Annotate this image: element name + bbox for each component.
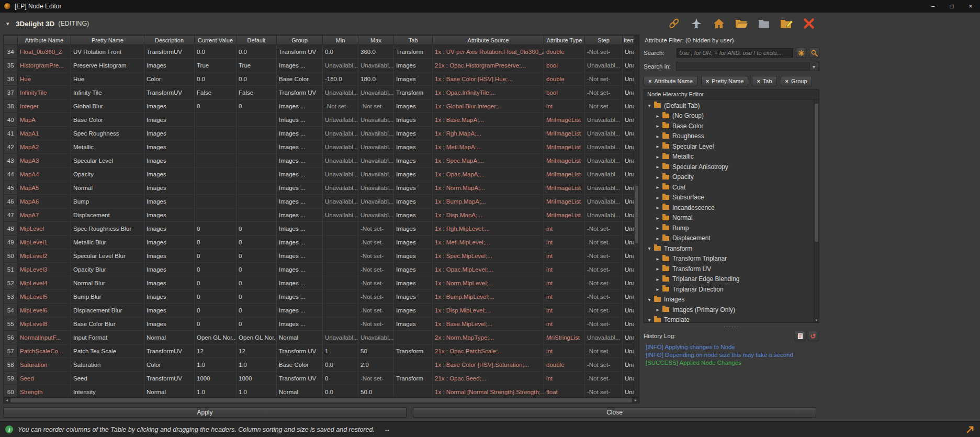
table-cell[interactable]: 0 xyxy=(195,290,236,304)
table-cell[interactable]: Images xyxy=(394,317,433,331)
table-row[interactable]: 53MipLevel5Bump BlurImages00Images ...-N… xyxy=(4,290,634,304)
table-cell[interactable]: Images ... xyxy=(277,140,323,154)
chevron-right-icon[interactable]: ▸ xyxy=(655,307,661,312)
table-cell[interactable]: Images ... xyxy=(277,263,323,276)
table-cell[interactable]: 2x : Norm.MapType;... xyxy=(433,331,544,344)
table-cell[interactable]: Unavailabl... xyxy=(323,195,358,208)
table-cell[interactable]: Normal xyxy=(277,385,323,397)
table-cell[interactable]: Unavai xyxy=(623,222,634,236)
table-cell[interactable]: Spec Roughness xyxy=(71,127,144,140)
table-cell[interactable]: 1x : Spec.MipLevel;... xyxy=(433,249,544,263)
table-cell[interactable]: Transform UV xyxy=(277,344,323,358)
table-cell[interactable]: MriImageList xyxy=(544,195,585,208)
table-cell[interactable]: 1x : Disp.MipLevel;... xyxy=(433,304,544,317)
row-number[interactable]: 35 xyxy=(4,59,18,72)
table-cell[interactable]: Images xyxy=(394,59,433,72)
table-horizontal-scrollbar[interactable]: ◂ ▸ xyxy=(3,397,639,404)
table-cell[interactable]: Unavailabl... xyxy=(323,127,358,140)
table-cell[interactable]: -Not set- xyxy=(585,385,623,397)
table-cell[interactable]: Unavai xyxy=(623,385,634,397)
table-cell[interactable] xyxy=(394,331,433,344)
table-cell[interactable]: 1 xyxy=(323,344,358,358)
table-cell[interactable]: Open GL Nor... xyxy=(236,331,277,344)
table-cell[interactable]: Integer xyxy=(18,99,71,113)
table-cell[interactable]: Normal xyxy=(71,181,144,195)
table-cell[interactable] xyxy=(195,140,236,154)
table-row[interactable]: 41MapA1Spec RoughnessImagesImages ...Una… xyxy=(4,127,634,140)
table-cell[interactable]: MapA4 xyxy=(18,167,71,181)
table-cell[interactable]: Unavailabl... xyxy=(585,113,623,127)
table-cell[interactable]: Images ... xyxy=(277,59,323,72)
table-cell[interactable]: Unavailabl... xyxy=(323,181,358,195)
row-number[interactable]: 37 xyxy=(4,86,18,99)
table-cell[interactable]: Intensity xyxy=(71,385,144,397)
table-cell[interactable]: Images xyxy=(394,249,433,263)
table-cell[interactable]: 1x : Global Blur.Integer;... xyxy=(433,99,544,113)
tree-item[interactable]: ▸(No Group) xyxy=(644,111,814,121)
table-cell[interactable]: 0 xyxy=(195,236,236,249)
table-cell[interactable]: -Not set- xyxy=(585,276,623,290)
table-cell[interactable]: 0 xyxy=(236,236,277,249)
table-cell[interactable]: Unavai xyxy=(623,154,634,167)
table-cell[interactable]: Images xyxy=(394,195,433,208)
table-cell[interactable]: Seed xyxy=(71,372,144,385)
table-cell[interactable]: Unavailabl... xyxy=(358,140,394,154)
table-cell[interactable]: Normal xyxy=(277,331,323,344)
row-number[interactable]: 43 xyxy=(4,154,18,167)
table-cell[interactable]: -Not set- xyxy=(358,290,394,304)
table-cell[interactable] xyxy=(195,167,236,181)
table-cell[interactable]: Unavai xyxy=(623,140,634,154)
splitter-handle[interactable]: ······ xyxy=(644,323,819,330)
table-cell[interactable]: Unavailabl... xyxy=(585,195,623,208)
table-cell[interactable]: MipLevel xyxy=(18,222,71,236)
table-cell[interactable]: Unavailabl... xyxy=(358,181,394,195)
table-cell[interactable]: Unavailabl... xyxy=(585,181,623,195)
table-cell[interactable]: Images xyxy=(144,181,195,195)
table-cell[interactable]: bool xyxy=(544,86,585,99)
table-cell[interactable]: Images xyxy=(144,317,195,331)
table-cell[interactable] xyxy=(195,181,236,195)
table-cell[interactable]: -Not set- xyxy=(585,263,623,276)
column-header[interactable]: Attribute Source xyxy=(433,36,544,45)
tree-item[interactable]: ▸Triplanar Direction xyxy=(644,284,814,295)
tree-item[interactable]: ▾Images xyxy=(644,295,814,305)
table-cell[interactable]: 0.0 xyxy=(323,358,358,372)
table-cell[interactable]: double xyxy=(544,45,585,59)
table-cell[interactable]: int xyxy=(544,276,585,290)
tree-item[interactable]: ▸Metallic xyxy=(644,152,814,162)
row-number[interactable]: 54 xyxy=(4,304,18,317)
table-cell[interactable] xyxy=(195,127,236,140)
remove-chip-icon[interactable]: × xyxy=(648,78,651,84)
corner-arrow-icon[interactable] xyxy=(966,425,975,434)
column-header[interactable]: Attribute Type xyxy=(544,36,585,45)
tree-item[interactable]: ▸Roughness xyxy=(644,131,814,142)
table-row[interactable]: 35HistorgramPre...Preserve HistogramImag… xyxy=(4,59,634,72)
table-cell[interactable]: -Not set- xyxy=(358,276,394,290)
table-cell[interactable]: MipLevel4 xyxy=(18,276,71,290)
table-cell[interactable]: Unavai xyxy=(623,45,634,59)
table-cell[interactable]: Images ... xyxy=(277,154,323,167)
tree-item[interactable]: ▸Incandescence xyxy=(644,203,814,213)
chevron-right-icon[interactable]: ▸ xyxy=(655,133,661,139)
table-cell[interactable]: Images xyxy=(394,140,433,154)
tree-item[interactable]: ▸Normal xyxy=(644,213,814,223)
table-cell[interactable]: 1x : Norm.MipLevel;... xyxy=(433,276,544,290)
table-cell[interactable]: Images ... xyxy=(277,222,323,236)
row-number[interactable]: 44 xyxy=(4,167,18,181)
table-cell[interactable]: 0 xyxy=(236,249,277,263)
table-cell[interactable]: 50 xyxy=(358,344,394,358)
row-number[interactable]: 34 xyxy=(4,45,18,59)
table-cell[interactable] xyxy=(323,236,358,249)
filter-chip[interactable]: ×Tab xyxy=(752,76,776,86)
search-button[interactable] xyxy=(809,48,819,58)
table-cell[interactable]: Images ... xyxy=(277,167,323,181)
table-row[interactable]: 58SaturationSaturationColor1.01.0Base Co… xyxy=(4,358,634,372)
table-cell[interactable]: Normal xyxy=(144,385,195,397)
column-header[interactable]: Default xyxy=(236,36,277,45)
table-cell[interactable]: int xyxy=(544,236,585,249)
table-cell[interactable]: Unavai xyxy=(623,358,634,372)
remove-chip-icon[interactable]: × xyxy=(785,78,788,84)
row-number[interactable]: 48 xyxy=(4,222,18,236)
table-cell[interactable]: TransformUV xyxy=(144,372,195,385)
table-row[interactable]: 55MipLevel8Base Color BlurImages00Images… xyxy=(4,317,634,331)
